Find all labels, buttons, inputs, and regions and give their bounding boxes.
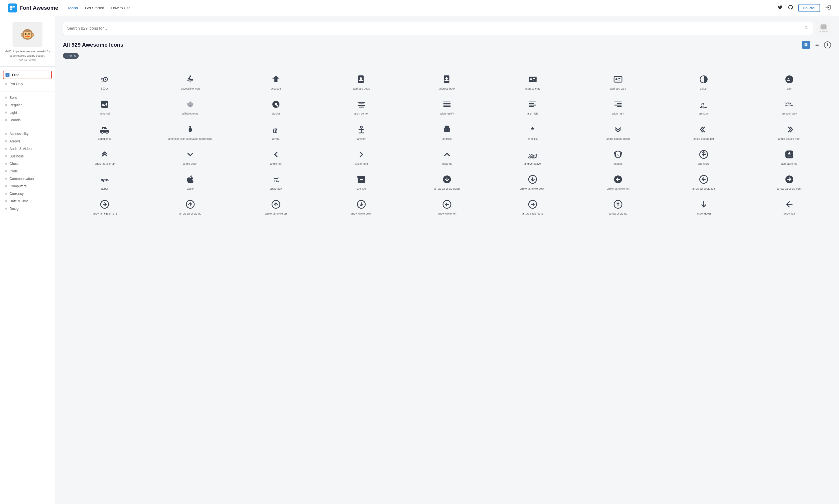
accessibility-label: Accessibility bbox=[10, 132, 29, 136]
icon-arrow-alt-circle-left-glyph bbox=[613, 174, 623, 185]
icon-align-justify[interactable]: align-justify bbox=[405, 95, 489, 118]
github-icon[interactable] bbox=[788, 4, 793, 11]
sidebar-item-date-time[interactable]: Date & Time bbox=[0, 197, 55, 205]
filter-tag-label: Free bbox=[66, 54, 72, 58]
icon-arrow-alt-circle-left[interactable]: arrow-alt-circle-left bbox=[576, 170, 660, 193]
icon-angle-up[interactable]: angle-up bbox=[405, 145, 489, 168]
sidebar-item-computers[interactable]: Computers bbox=[0, 182, 55, 190]
icon-accusoft[interactable]: accusoft bbox=[234, 70, 318, 93]
icon-angular-glyph: A bbox=[613, 149, 623, 160]
icon-angle-double-down[interactable]: angle-double-down bbox=[576, 120, 660, 143]
svg-point-16 bbox=[530, 78, 532, 80]
svg-text:Pay: Pay bbox=[274, 179, 279, 182]
icon-address-book-2[interactable]: address-book bbox=[405, 70, 489, 93]
sidebar-item-chess[interactable]: Chess bbox=[0, 160, 55, 167]
filter-tag-remove[interactable]: ✕ bbox=[74, 54, 76, 58]
icon-app-store[interactable]: app-store bbox=[662, 145, 746, 168]
sidebar-item-design[interactable]: Design bbox=[0, 205, 55, 212]
icon-ambulance[interactable]: ambulance bbox=[63, 120, 146, 143]
icon-arrow-circle-left[interactable]: arrow-circle-left bbox=[405, 195, 489, 218]
icon-app-store-ios[interactable]: app-store-ios bbox=[747, 145, 831, 168]
go-pro-button[interactable]: Go Pro! bbox=[798, 4, 820, 12]
sidebar-item-free[interactable]: ✓ Free bbox=[3, 71, 52, 79]
icon-amilia[interactable]: a amilia bbox=[234, 120, 318, 143]
icon-arrow-circle-right[interactable]: arrow-circle-right bbox=[491, 195, 574, 218]
list-view-button[interactable] bbox=[813, 41, 821, 49]
sidebar-item-business[interactable]: Business bbox=[0, 152, 55, 160]
icon-adversal[interactable]: ad adversal bbox=[63, 95, 146, 118]
sidebar-license-section: ✓ Free Pro Only bbox=[0, 71, 55, 90]
icon-amazon-pay[interactable]: pay amazon-pay bbox=[747, 95, 831, 118]
icon-angle-double-up[interactable]: angle-double-up bbox=[63, 145, 146, 168]
icon-align-right[interactable]: align-right bbox=[576, 95, 660, 118]
sidebar-item-solid[interactable]: Solid bbox=[0, 94, 55, 101]
icon-android[interactable]: android bbox=[405, 120, 489, 143]
icon-angellist[interactable]: angellist bbox=[491, 120, 574, 143]
grid-view-button[interactable] bbox=[802, 41, 810, 49]
icon-arrow-alt-circle-up-2[interactable]: arrow-alt-circle-up bbox=[234, 195, 318, 218]
nav-get-started[interactable]: Get Started bbox=[85, 6, 104, 10]
sidebar-item-accessibility[interactable]: Accessibility bbox=[0, 130, 55, 138]
info-button[interactable]: i bbox=[824, 41, 831, 49]
sidebar-item-currency[interactable]: Currency bbox=[0, 190, 55, 197]
icon-align-center[interactable]: align-center bbox=[320, 95, 403, 118]
sidebar-item-code[interactable]: Code bbox=[0, 167, 55, 175]
sidebar-item-arrows[interactable]: Arrows bbox=[0, 138, 55, 145]
svg-rect-4 bbox=[806, 43, 807, 45]
icon-align-center-label: align-center bbox=[354, 112, 369, 115]
icon-algolia[interactable]: algolia bbox=[234, 95, 318, 118]
icon-amazon[interactable]: a amazon bbox=[662, 95, 746, 118]
icon-angle-double-right[interactable]: angle-double-right bbox=[747, 120, 831, 143]
search-input[interactable] bbox=[67, 26, 804, 31]
icon-arrow-alt-circle-right-2[interactable]: arrow-alt-circle-right bbox=[63, 195, 146, 218]
main-content: by algolia All 929 Awesome Icons i Free … bbox=[55, 16, 839, 224]
sidebar-item-brands[interactable]: Brands bbox=[0, 116, 55, 124]
icon-apple[interactable]: apple bbox=[148, 170, 232, 193]
icon-affiliatetheme[interactable]: affiliatetheme bbox=[148, 95, 232, 118]
icon-arrow-alt-circle-left-2[interactable]: arrow-alt-circle-left bbox=[662, 170, 746, 193]
nav-how-to-use[interactable]: How to Use bbox=[111, 6, 130, 10]
icon-accessible[interactable]: accessible-icon bbox=[148, 70, 232, 93]
icon-address-card[interactable]: address-card bbox=[491, 70, 574, 93]
icon-algolia-label: algolia bbox=[272, 112, 280, 115]
icon-adjust[interactable]: adjust bbox=[662, 70, 746, 93]
icon-arrow-alt-circle-down[interactable]: arrow-alt-circle-down bbox=[405, 170, 489, 193]
icon-angrycreative[interactable]: ANGRYCREATIVE angrycreative bbox=[491, 145, 574, 168]
icon-adn[interactable]: A adn bbox=[747, 70, 831, 93]
icon-500px[interactable]: 5 500px bbox=[63, 70, 146, 93]
icon-archive[interactable]: archive bbox=[320, 170, 403, 193]
icon-anchor[interactable]: anchor bbox=[320, 120, 403, 143]
icon-angle-down[interactable]: angle-down bbox=[148, 145, 232, 168]
icon-arrow-alt-circle-right[interactable]: arrow-alt-circle-right bbox=[747, 170, 831, 193]
icon-angle-double-left[interactable]: angle-double-left bbox=[662, 120, 746, 143]
icon-angular[interactable]: A angular bbox=[576, 145, 660, 168]
free-filter-tag[interactable]: Free ✕ bbox=[63, 53, 78, 59]
icon-align-left[interactable]: align-left bbox=[491, 95, 574, 118]
signin-icon[interactable] bbox=[825, 4, 831, 12]
sidebar-item-communication[interactable]: Communication bbox=[0, 175, 55, 182]
sidebar-item-pro[interactable]: Pro Only bbox=[0, 80, 55, 88]
nav-icons[interactable]: Icons bbox=[68, 6, 78, 10]
sidebar-item-audio-video[interactable]: Audio & Video bbox=[0, 145, 55, 152]
icon-arrow-alt-circle-left-2-glyph bbox=[699, 174, 709, 185]
icon-angle-right-label: angle-right bbox=[355, 162, 368, 165]
icon-adjust-glyph bbox=[699, 74, 709, 85]
icon-apper[interactable]: apper apper bbox=[63, 170, 146, 193]
icon-arrow-circle-up[interactable]: arrow-circle-up bbox=[576, 195, 660, 218]
icon-arrow-alt-circle-down-2[interactable]: arrow-alt-circle-down bbox=[491, 170, 574, 193]
icon-arrow-alt-circle-up[interactable]: arrow-alt-circle-up bbox=[148, 195, 232, 218]
icon-angle-left[interactable]: angle-left bbox=[234, 145, 318, 168]
sidebar-item-light[interactable]: Light bbox=[0, 109, 55, 116]
icon-apple-pay[interactable]: Pay apple-pay bbox=[234, 170, 318, 193]
icon-arrow-left[interactable]: arrow-left bbox=[747, 195, 831, 218]
currency-label: Currency bbox=[10, 192, 24, 196]
icon-address-book[interactable]: address-book bbox=[320, 70, 403, 93]
icon-angle-right[interactable]: angle-right bbox=[320, 145, 403, 168]
icon-asl[interactable]: american-sign-language-interpreting bbox=[148, 120, 232, 143]
icon-arrow-circle-down[interactable]: arrow-circle-down bbox=[320, 195, 403, 218]
twitter-icon[interactable] bbox=[777, 4, 783, 11]
icon-arrow-down[interactable]: arrow-down bbox=[662, 195, 746, 218]
sidebar-item-regular[interactable]: Regular bbox=[0, 101, 55, 109]
icon-address-card-2[interactable]: address-card bbox=[576, 70, 660, 93]
logo[interactable]: Font Awesome bbox=[8, 3, 58, 13]
